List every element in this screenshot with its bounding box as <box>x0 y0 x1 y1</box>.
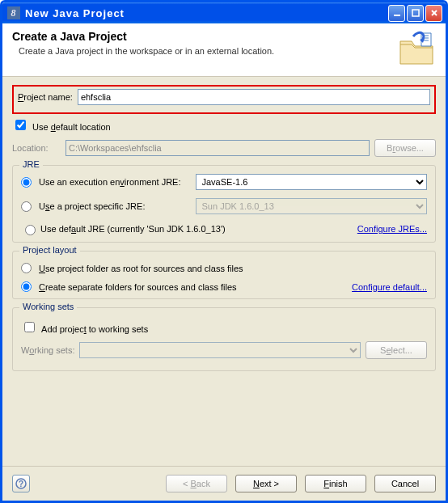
jre-exec-env-radio[interactable] <box>21 177 32 188</box>
jre-project-specific-select: Sun JDK 1.6.0_13 <box>196 198 428 214</box>
project-layout-group: Project layout Use project folder as roo… <box>12 251 436 299</box>
back-button: < Back <box>166 475 227 492</box>
jre-exec-env-select[interactable]: JavaSE-1.6 <box>196 174 428 190</box>
jre-exec-env-label[interactable]: Use an execution environment JRE: <box>39 177 181 187</box>
layout-separate-radio[interactable] <box>21 281 32 292</box>
maximize-button[interactable] <box>407 5 424 22</box>
dialog-content: Project name: Use default location Locat… <box>2 77 446 466</box>
jre-project-specific-radio[interactable] <box>21 201 32 212</box>
page-title: Create a Java Project <box>12 30 397 43</box>
svg-text:?: ? <box>19 480 23 488</box>
working-sets-title: Working sets <box>19 302 77 311</box>
configure-jres-link[interactable]: Configure JREs... <box>357 224 427 234</box>
project-name-highlight: Project name: <box>12 85 436 114</box>
jre-default-radio[interactable] <box>25 225 36 235</box>
use-default-location-checkbox[interactable] <box>15 120 26 130</box>
working-sets-group: Working sets Add project to working sets… <box>12 307 436 371</box>
project-name-label: Project name: <box>18 92 73 102</box>
jre-group: JRE Use an execution environment JRE: Ja… <box>12 165 436 243</box>
svg-rect-0 <box>394 15 400 16</box>
dialog-header: Create a Java Project Create a Java proj… <box>2 23 446 77</box>
layout-separate-label[interactable]: Create separate folders for sources and … <box>39 282 237 292</box>
layout-root-label[interactable]: Use project folder as root for sources a… <box>39 264 243 273</box>
finish-button[interactable]: Finish <box>305 475 366 492</box>
jre-group-title: JRE <box>19 159 43 169</box>
svg-rect-1 <box>412 10 419 16</box>
browse-button: Browse... <box>374 139 436 157</box>
next-button[interactable]: Next > <box>235 475 297 492</box>
select-working-sets-button: Select... <box>366 341 427 359</box>
dialog-footer: ? < Back Next > Finish Cancel <box>2 466 446 501</box>
configure-default-link[interactable]: Configure default... <box>352 282 427 292</box>
titlebar: 8 New Java Project <box>2 2 446 23</box>
working-sets-label: Working sets: <box>21 345 74 355</box>
dialog-window: 8 New Java Project Create a Java Project… <box>0 0 448 503</box>
add-working-sets-label[interactable]: Add project to working sets <box>41 324 148 334</box>
jre-default-label[interactable]: Use default JRE (currently 'Sun JDK 1.6.… <box>38 224 226 234</box>
layout-root-radio[interactable] <box>21 263 32 273</box>
add-working-sets-checkbox[interactable] <box>24 322 35 332</box>
project-layout-title: Project layout <box>19 245 80 255</box>
jre-project-specific-label[interactable]: Use a project specific JRE: <box>39 201 145 211</box>
minimize-button[interactable] <box>388 5 405 22</box>
working-sets-select <box>79 342 361 358</box>
project-name-input[interactable] <box>78 89 430 105</box>
cancel-button[interactable]: Cancel <box>374 475 436 492</box>
location-input <box>66 140 370 156</box>
window-title: New Java Project <box>25 7 125 19</box>
use-default-location-row: Use default location <box>12 117 436 133</box>
close-button[interactable] <box>425 5 442 22</box>
page-subtitle: Create a Java project in the workspace o… <box>12 46 397 56</box>
help-button[interactable]: ? <box>12 475 30 492</box>
location-label: Location: <box>12 143 61 153</box>
app-icon: 8 <box>7 6 20 19</box>
use-default-location-label[interactable]: Use default location <box>32 122 111 132</box>
folder-icon <box>397 30 436 69</box>
